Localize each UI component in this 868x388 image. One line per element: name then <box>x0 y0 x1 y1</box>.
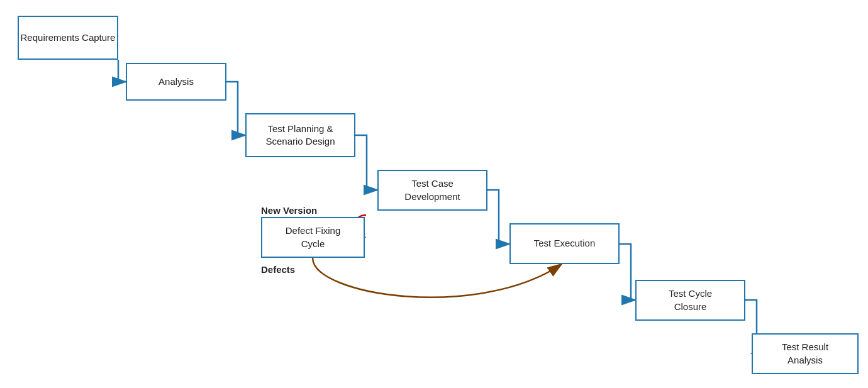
defect-fixing-box: Defect FixingCycle <box>261 217 365 258</box>
test-result-analysis-box: Test ResultAnalysis <box>752 333 859 374</box>
new-version-label: New Version <box>261 205 317 216</box>
test-planning-box: Test Planning &Scenario Design <box>245 113 355 157</box>
defects-label: Defects <box>261 264 295 275</box>
requirements-capture-box: Requirements Capture <box>18 16 118 60</box>
diagram-container: Requirements Capture Analysis Test Plann… <box>0 0 868 388</box>
test-cycle-closure-box: Test CycleClosure <box>635 280 745 321</box>
test-execution-box: Test Execution <box>509 223 620 264</box>
analysis-box: Analysis <box>126 63 226 101</box>
test-case-dev-box: Test CaseDevelopment <box>377 170 487 211</box>
